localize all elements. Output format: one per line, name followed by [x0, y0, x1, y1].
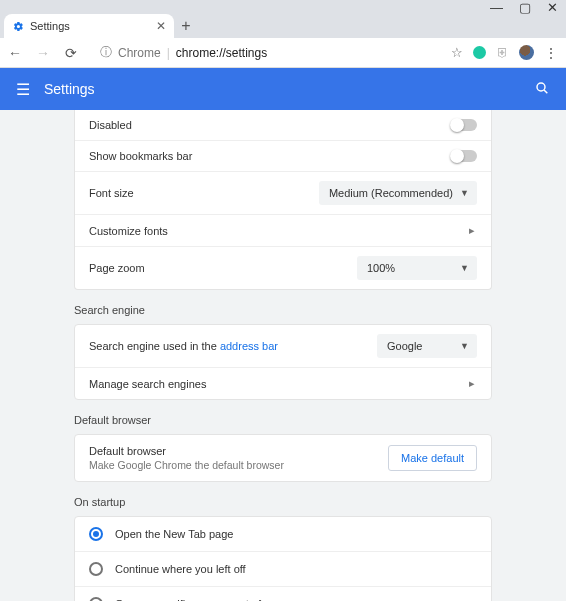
settings-content: Disabled Show bookmarks bar Font size Me… — [0, 110, 566, 601]
search-engine-value: Google — [387, 340, 422, 352]
caret-down-icon: ▼ — [460, 263, 469, 273]
fontsize-select[interactable]: Medium (Recommended) ▼ — [319, 181, 477, 205]
default-browser-title: Default browser — [89, 445, 284, 457]
search-engine-select[interactable]: Google ▼ — [377, 334, 477, 358]
settings-header: ☰ Settings — [0, 68, 566, 110]
appearance-card: Disabled Show bookmarks bar Font size Me… — [74, 110, 492, 290]
svg-point-0 — [537, 83, 545, 91]
bookmarks-toggle[interactable] — [451, 150, 477, 162]
row-bookmarks-bar[interactable]: Show bookmarks bar — [75, 140, 491, 171]
default-browser-subtitle: Make Google Chrome the default browser — [89, 459, 284, 471]
row-manage-search-engines[interactable]: Manage search engines ▸ — [75, 367, 491, 399]
caret-down-icon: ▼ — [460, 341, 469, 351]
fontsize-value: Medium (Recommended) — [329, 187, 453, 199]
tab-title: Settings — [30, 20, 150, 32]
on-startup-card: Open the New Tab page Continue where you… — [74, 516, 492, 601]
chrome-menu-icon[interactable]: ⋮ — [544, 45, 558, 61]
customize-fonts-label: Customize fonts — [89, 225, 168, 237]
row-disabled[interactable]: Disabled — [75, 110, 491, 140]
bookmark-star-icon[interactable]: ☆ — [451, 45, 463, 60]
startup-option-specific[interactable]: Open a specific page or set of pages — [75, 586, 491, 601]
window-minimize-icon[interactable]: — — [490, 0, 503, 15]
startup-option-continue[interactable]: Continue where you left off — [75, 551, 491, 586]
svg-line-1 — [544, 90, 547, 93]
search-engine-card: Search engine used in the address bar Go… — [74, 324, 492, 400]
shield-icon[interactable]: ⛨ — [496, 45, 509, 60]
default-browser-text: Default browser Make Google Chrome the d… — [89, 445, 284, 471]
section-default-browser: Default browser — [74, 414, 492, 426]
gear-icon — [12, 20, 24, 32]
pagezoom-value: 100% — [367, 262, 395, 274]
extension-icon[interactable] — [473, 46, 486, 59]
site-info-icon[interactable]: ⓘ — [100, 44, 112, 61]
omnibox-prefix: Chrome — [118, 46, 161, 60]
section-on-startup: On startup — [74, 496, 492, 508]
radio-newtab[interactable] — [89, 527, 103, 541]
row-search-engine: Search engine used in the address bar Go… — [75, 325, 491, 367]
chevron-right-icon: ▸ — [469, 224, 477, 237]
menu-icon[interactable]: ☰ — [16, 80, 30, 99]
caret-down-icon: ▼ — [460, 188, 469, 198]
row-customize-fonts[interactable]: Customize fonts ▸ — [75, 214, 491, 246]
search-icon[interactable] — [534, 80, 550, 99]
reload-button[interactable]: ⟳ — [62, 45, 80, 61]
tab-close-icon[interactable]: ✕ — [156, 19, 166, 33]
browser-tab-settings[interactable]: Settings ✕ — [4, 14, 174, 38]
bookmarks-label: Show bookmarks bar — [89, 150, 192, 162]
pagezoom-label: Page zoom — [89, 262, 145, 274]
back-button[interactable]: ← — [6, 45, 24, 61]
page-title: Settings — [44, 81, 534, 97]
profile-avatar[interactable] — [519, 45, 534, 60]
pagezoom-select[interactable]: 100% ▼ — [357, 256, 477, 280]
window-controls: — ▢ ✕ — [0, 0, 566, 12]
default-browser-card: Default browser Make Google Chrome the d… — [74, 434, 492, 482]
window-maximize-icon[interactable]: ▢ — [519, 0, 531, 15]
address-bar-link[interactable]: address bar — [220, 340, 278, 352]
address-bar: ← → ⟳ ⓘ Chrome | chrome://settings ☆ ⛨ ⋮ — [0, 38, 566, 68]
row-page-zoom: Page zoom 100% ▼ — [75, 246, 491, 289]
radio-continue[interactable] — [89, 562, 103, 576]
new-tab-button[interactable]: + — [174, 14, 198, 38]
make-default-button[interactable]: Make default — [388, 445, 477, 471]
radio-specific[interactable] — [89, 597, 103, 601]
omnibox[interactable]: ⓘ Chrome | chrome://settings — [90, 42, 441, 64]
tab-strip: Settings ✕ + — [0, 12, 566, 38]
manage-search-label: Manage search engines — [89, 378, 206, 390]
window-close-icon[interactable]: ✕ — [547, 0, 558, 15]
disabled-label: Disabled — [89, 119, 132, 131]
fontsize-label: Font size — [89, 187, 134, 199]
omnibox-url: chrome://settings — [176, 46, 267, 60]
section-search-engine: Search engine — [74, 304, 492, 316]
forward-button: → — [34, 45, 52, 61]
startup-option-newtab[interactable]: Open the New Tab page — [75, 517, 491, 551]
search-engine-label: Search engine used in the address bar — [89, 340, 278, 352]
disabled-toggle[interactable] — [451, 119, 477, 131]
chevron-right-icon: ▸ — [469, 377, 477, 390]
row-font-size: Font size Medium (Recommended) ▼ — [75, 171, 491, 214]
